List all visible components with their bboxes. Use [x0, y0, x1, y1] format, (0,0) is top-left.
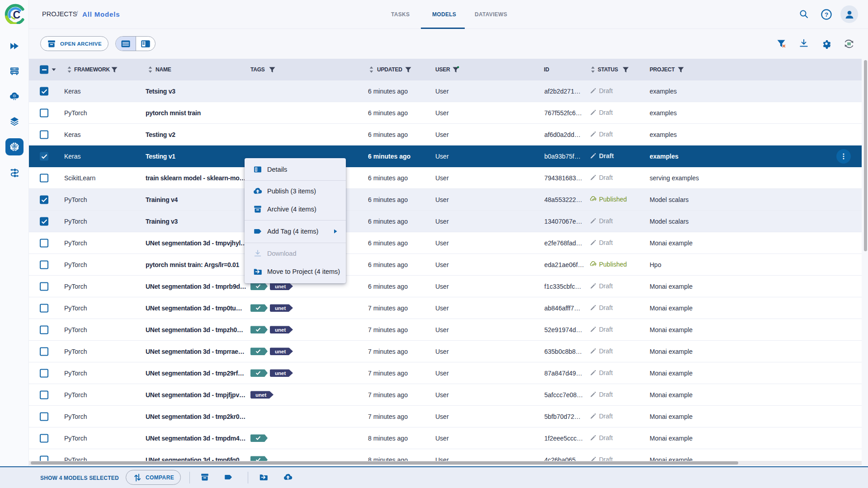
svg-text:?: ?	[825, 11, 828, 18]
svg-text:C: C	[13, 9, 20, 21]
